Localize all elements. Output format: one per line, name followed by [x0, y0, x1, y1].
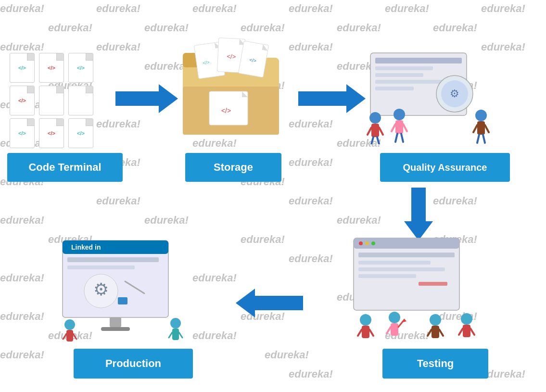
- testing-illustration: [351, 236, 486, 348]
- svg-line-29: [368, 127, 371, 135]
- svg-point-89: [170, 318, 181, 329]
- code-terminal-label: Code Terminal: [7, 153, 123, 182]
- svg-point-27: [369, 112, 381, 124]
- arrow-code-to-storage: [115, 84, 178, 115]
- svg-marker-64: [403, 318, 406, 322]
- svg-line-41: [473, 125, 477, 132]
- svg-text:Linked in: Linked in: [71, 243, 101, 251]
- svg-marker-1: [115, 84, 178, 113]
- svg-point-39: [475, 110, 487, 121]
- svg-text:</>: </>: [203, 60, 210, 66]
- production-label: Production: [74, 349, 193, 379]
- code-file: </>: [10, 86, 35, 115]
- svg-line-91: [169, 332, 172, 338]
- main-content: </> </> </> </> </> </> </>: [0, 0, 546, 392]
- arrow-storage-to-qa: [298, 84, 366, 115]
- svg-rect-78: [67, 266, 135, 269]
- svg-rect-19: [375, 58, 462, 63]
- svg-rect-61: [391, 323, 398, 336]
- svg-point-33: [394, 109, 405, 120]
- svg-text:⚙: ⚙: [93, 279, 109, 299]
- svg-rect-83: [110, 317, 121, 327]
- svg-line-42: [485, 125, 489, 132]
- code-file: </>: [39, 53, 64, 83]
- svg-rect-70: [463, 325, 470, 337]
- svg-point-85: [64, 319, 75, 330]
- svg-line-44: [483, 135, 485, 143]
- arrow-qa-to-testing: [404, 188, 433, 242]
- svg-rect-23: [375, 87, 414, 90]
- svg-rect-52: [358, 261, 431, 265]
- svg-line-67: [428, 329, 432, 336]
- svg-line-38: [401, 134, 403, 142]
- code-file: </>: [39, 118, 64, 148]
- svg-text:⚙: ⚙: [450, 88, 459, 100]
- code-file: [68, 86, 93, 115]
- svg-line-58: [358, 329, 362, 336]
- svg-rect-21: [375, 73, 423, 77]
- svg-rect-57: [362, 326, 369, 338]
- svg-point-49: [365, 241, 369, 245]
- svg-line-36: [403, 124, 407, 131]
- svg-rect-84: [101, 327, 130, 331]
- svg-rect-53: [358, 267, 445, 271]
- svg-point-50: [371, 241, 375, 245]
- svg-line-68: [439, 329, 443, 336]
- svg-text:</>: </>: [227, 53, 236, 61]
- svg-point-65: [430, 314, 441, 326]
- svg-rect-34: [395, 120, 403, 134]
- storage-folder: </> </> </> </>: [178, 29, 284, 156]
- svg-rect-90: [172, 329, 179, 340]
- svg-point-56: [360, 314, 371, 326]
- arrow-testing-to-production: [236, 289, 303, 319]
- storage-label: Storage: [185, 153, 281, 182]
- production-illustration: Linked in ⚙: [58, 236, 192, 353]
- quality-assurance-label: Quality Assurance: [380, 153, 510, 182]
- svg-point-69: [461, 313, 472, 325]
- svg-line-72: [470, 329, 474, 335]
- code-file: [39, 86, 64, 115]
- svg-line-37: [395, 134, 397, 142]
- svg-line-59: [369, 329, 373, 336]
- svg-line-92: [179, 332, 182, 338]
- svg-rect-20: [375, 66, 433, 70]
- svg-line-87: [63, 334, 66, 339]
- svg-rect-77: [67, 257, 159, 262]
- svg-line-62: [387, 327, 391, 333]
- svg-marker-45: [404, 188, 433, 240]
- testing-label: Testing: [382, 349, 488, 379]
- svg-rect-66: [432, 326, 439, 338]
- code-files-group: </> </> </> </> </> </> </>: [10, 53, 95, 148]
- code-file: </>: [68, 53, 93, 83]
- svg-line-63: [398, 320, 404, 327]
- svg-line-43: [477, 135, 479, 143]
- svg-rect-54: [358, 274, 416, 278]
- svg-line-30: [379, 127, 383, 135]
- svg-rect-86: [66, 330, 73, 341]
- svg-line-71: [459, 329, 463, 335]
- svg-rect-40: [477, 121, 485, 135]
- svg-line-35: [392, 124, 395, 131]
- svg-line-88: [73, 334, 76, 339]
- svg-rect-81: [118, 297, 127, 304]
- code-file: </>: [10, 53, 35, 83]
- svg-marker-17: [298, 84, 366, 113]
- code-file: </>: [68, 118, 93, 148]
- svg-text:</>: </>: [221, 107, 231, 114]
- svg-marker-73: [236, 289, 303, 317]
- svg-rect-51: [358, 253, 455, 257]
- svg-point-48: [359, 241, 363, 245]
- svg-rect-47: [354, 238, 459, 249]
- svg-rect-28: [371, 124, 379, 137]
- qa-illustration: ⚙: [361, 43, 500, 146]
- svg-line-31: [371, 137, 373, 144]
- svg-line-32: [377, 137, 379, 144]
- svg-rect-22: [375, 80, 443, 84]
- svg-point-60: [389, 312, 400, 323]
- code-file: </>: [10, 118, 35, 148]
- svg-rect-55: [419, 282, 447, 286]
